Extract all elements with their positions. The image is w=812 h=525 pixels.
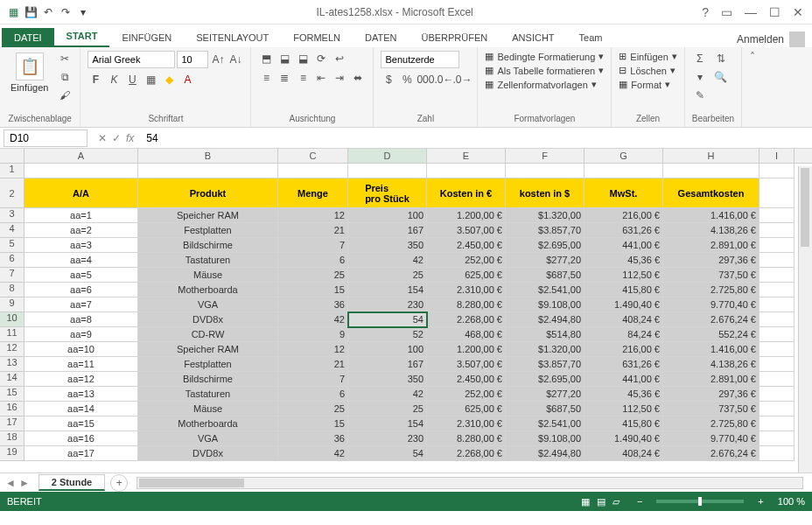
cell[interactable]: VGA (138, 298, 278, 312)
cell[interactable]: 468,00 € (427, 327, 506, 342)
cell[interactable]: aa=17 (24, 446, 138, 461)
cell[interactable]: 8.280,00 € (427, 431, 506, 446)
cell[interactable]: 2.725,80 € (663, 416, 760, 431)
align-left-icon[interactable]: ≡ (258, 70, 274, 86)
cell[interactable]: 1.490,40 € (584, 431, 663, 446)
tab-ansicht[interactable]: ANSICHT (500, 28, 566, 47)
cell[interactable]: 154 (348, 283, 427, 298)
cell[interactable]: Menge (278, 178, 348, 208)
row-header[interactable]: 5 (0, 238, 24, 253)
autosum-icon[interactable]: Σ (692, 51, 708, 66)
help-icon[interactable]: ? (702, 5, 709, 19)
align-middle-icon[interactable]: ⬓ (276, 51, 292, 66)
percent-icon[interactable]: % (399, 72, 415, 88)
row-header[interactable]: 16 (0, 402, 24, 416)
undo-icon[interactable]: ↶ (40, 4, 56, 20)
cell[interactable]: 631,26 € (584, 357, 663, 372)
cell[interactable]: 230 (348, 298, 427, 312)
cell[interactable]: aa=10 (24, 342, 138, 357)
cell[interactable]: aa=12 (24, 372, 138, 387)
cell[interactable]: 2.310,00 € (427, 416, 506, 431)
row-header[interactable]: 7 (0, 268, 24, 283)
row-header[interactable]: 10 (0, 312, 24, 327)
decrease-decimal-icon[interactable]: .0→ (454, 72, 470, 88)
cell[interactable]: aa=2 (24, 223, 138, 238)
cell[interactable]: Bildschirme (138, 372, 278, 387)
format-cells-button[interactable]: ▦Format ▾ (619, 79, 670, 90)
cell[interactable]: Mäuse (138, 402, 278, 416)
cell[interactable]: 441,00 € (584, 238, 663, 253)
row-header[interactable]: 1 (0, 164, 24, 178)
cell[interactable]: aa=16 (24, 431, 138, 446)
cell[interactable]: $1.320,00 (506, 342, 584, 357)
cell[interactable]: 216,00 € (584, 342, 663, 357)
cell[interactable]: Motherboarda (138, 283, 278, 298)
bold-icon[interactable]: F (88, 72, 103, 88)
cell[interactable]: 2.450,00 € (427, 238, 506, 253)
cell[interactable]: 42 (348, 387, 427, 402)
cell[interactable]: 4.138,26 € (663, 223, 760, 238)
wrap-text-icon[interactable]: ↩ (332, 51, 347, 66)
delete-cells-button[interactable]: ⊟Löschen ▾ (619, 65, 676, 76)
cell[interactable]: aa=3 (24, 238, 138, 253)
cell[interactable]: aa=11 (24, 357, 138, 372)
increase-decimal-icon[interactable]: .0← (436, 72, 452, 88)
cell[interactable]: 2.891,00 € (663, 238, 760, 253)
cell[interactable] (760, 416, 794, 431)
tab-team[interactable]: Team (567, 28, 615, 47)
cell[interactable]: MwSt. (584, 178, 663, 208)
cell[interactable]: $9.108,00 (506, 298, 584, 312)
cell[interactable]: aa=5 (24, 268, 138, 283)
cell[interactable]: 25 (348, 268, 427, 283)
cell[interactable]: aa=1 (24, 208, 138, 223)
zoom-in-icon[interactable]: + (758, 496, 763, 507)
view-pagebreak-icon[interactable]: ▱ (612, 496, 620, 508)
cell[interactable]: 9.770,40 € (663, 298, 760, 312)
cell[interactable]: Bildschirme (138, 238, 278, 253)
vertical-scrollbar[interactable] (798, 166, 812, 472)
cell[interactable]: 552,24 € (663, 327, 760, 342)
cell[interactable]: 625,00 € (427, 402, 506, 416)
cell[interactable] (663, 164, 760, 178)
cell[interactable]: 415,80 € (584, 416, 663, 431)
cell[interactable] (760, 208, 794, 223)
zoom-out-icon[interactable]: − (637, 496, 642, 507)
cell[interactable]: 54 (348, 446, 427, 461)
cell[interactable]: 625,00 € (427, 268, 506, 283)
cell[interactable]: 84,24 € (584, 327, 663, 342)
cell[interactable] (760, 253, 794, 268)
cell[interactable] (138, 164, 278, 178)
cell[interactable] (760, 372, 794, 387)
cell[interactable]: 154 (348, 416, 427, 431)
cell[interactable]: 3.507,00 € (427, 357, 506, 372)
tab-datei[interactable]: DATEI (2, 28, 54, 47)
cell[interactable]: $2.541,00 (506, 283, 584, 298)
row-header[interactable]: 8 (0, 283, 24, 298)
cell[interactable]: Motherboarda (138, 416, 278, 431)
merge-icon[interactable]: ⬌ (350, 70, 366, 86)
cell[interactable]: aa=6 (24, 283, 138, 298)
cell[interactable]: aa=13 (24, 387, 138, 402)
align-bottom-icon[interactable]: ⬓ (295, 51, 311, 66)
font-name-input[interactable] (88, 51, 175, 68)
formula-input[interactable] (141, 130, 812, 146)
col-header-F[interactable]: F (506, 149, 584, 163)
col-header-G[interactable]: G (584, 149, 663, 163)
row-header[interactable]: 15 (0, 387, 24, 402)
cell[interactable]: aa=14 (24, 402, 138, 416)
cell[interactable] (348, 164, 427, 178)
conditional-formatting-button[interactable]: ▦Bedingte Formatierung ▾ (485, 51, 604, 62)
cell[interactable]: 2.676,24 € (663, 446, 760, 461)
cell[interactable]: Tastaturen (138, 387, 278, 402)
cell[interactable] (427, 164, 506, 178)
currency-icon[interactable]: $ (381, 72, 396, 88)
cell[interactable]: 9.770,40 € (663, 431, 760, 446)
cell[interactable]: 631,26 € (584, 223, 663, 238)
row-header[interactable]: 3 (0, 208, 24, 223)
align-center-icon[interactable]: ≣ (276, 70, 292, 86)
cell[interactable]: 12 (278, 208, 348, 223)
number-format-select[interactable] (381, 51, 459, 68)
cell[interactable]: 350 (348, 238, 427, 253)
login-link[interactable]: Anmelden (737, 32, 812, 47)
format-painter-icon[interactable]: 🖌 (57, 88, 73, 103)
